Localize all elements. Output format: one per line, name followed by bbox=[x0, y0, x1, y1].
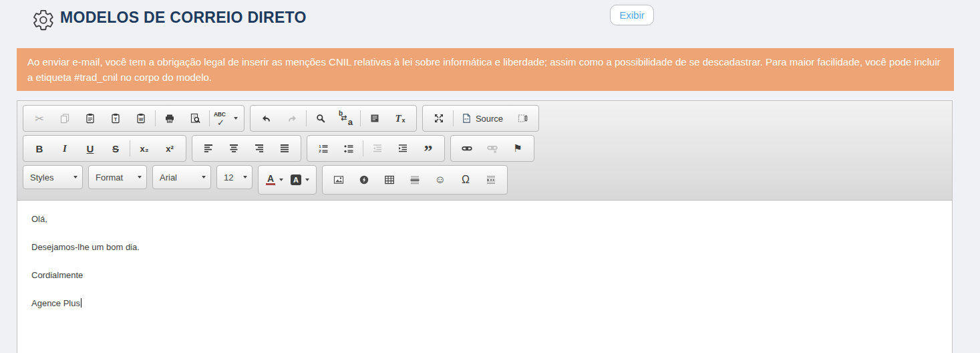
content-paragraph-text: Agence Plus bbox=[31, 298, 80, 308]
colors-group: A A bbox=[258, 165, 317, 195]
toolbar-separator bbox=[130, 140, 130, 156]
toolbar-separator bbox=[360, 110, 361, 126]
font-dropdown[interactable]: Arial bbox=[152, 165, 211, 189]
underline-button[interactable]: U bbox=[77, 139, 103, 158]
increase-indent-icon bbox=[397, 143, 408, 154]
chevron-down-icon bbox=[243, 176, 247, 179]
link-button[interactable] bbox=[454, 139, 480, 158]
paste-icon bbox=[85, 113, 96, 124]
font-dropdown-label: Arial bbox=[160, 172, 177, 183]
horizontal-rule-button[interactable] bbox=[402, 170, 428, 189]
align-right-button[interactable] bbox=[247, 139, 272, 158]
anchor-button[interactable]: ⚑ bbox=[505, 139, 530, 158]
superscript-button[interactable]: x² bbox=[157, 139, 182, 158]
show-blocks-button[interactable] bbox=[510, 109, 535, 128]
document-group: <> Source bbox=[422, 105, 539, 132]
toolbar-separator bbox=[155, 110, 156, 126]
format-dropdown[interactable]: Format bbox=[88, 165, 147, 189]
flash-icon bbox=[359, 174, 369, 185]
redo-button[interactable] bbox=[279, 109, 305, 128]
svg-text:2: 2 bbox=[319, 149, 321, 153]
subscript-button[interactable]: x₂ bbox=[132, 139, 157, 158]
align-center-button[interactable] bbox=[221, 139, 247, 158]
undo-button[interactable] bbox=[254, 109, 279, 128]
special-character-button[interactable]: Ω bbox=[453, 170, 478, 189]
bulleted-list-button[interactable] bbox=[336, 139, 361, 158]
clipboard-group: ✂ T W bbox=[23, 105, 244, 132]
decrease-indent-button[interactable] bbox=[365, 139, 390, 158]
styles-dropdown[interactable]: Styles bbox=[23, 165, 83, 189]
smiley-button[interactable]: ☺ bbox=[428, 170, 453, 189]
toolbar-separator bbox=[363, 140, 363, 156]
print-button[interactable] bbox=[157, 109, 182, 128]
flash-button[interactable] bbox=[351, 170, 377, 189]
cut-button[interactable]: ✂ bbox=[27, 109, 52, 128]
find-button[interactable] bbox=[308, 109, 333, 128]
italic-button[interactable]: I bbox=[52, 139, 77, 158]
image-button[interactable] bbox=[326, 170, 351, 189]
image-icon bbox=[333, 174, 344, 185]
source-button[interactable]: <> Source bbox=[455, 109, 510, 128]
undo-group: b ⇄ a T x bbox=[250, 105, 417, 132]
editor-toolbar: ✂ T W bbox=[17, 101, 952, 201]
strikethrough-button[interactable]: S bbox=[103, 139, 128, 158]
format-dropdown-label: Format bbox=[96, 172, 123, 183]
paste-from-word-button[interactable]: W bbox=[128, 109, 154, 128]
font-size-dropdown[interactable]: 12 bbox=[216, 165, 253, 189]
unlink-icon bbox=[487, 143, 498, 154]
paste-plain-text-button[interactable]: T bbox=[103, 109, 128, 128]
preview-icon bbox=[190, 113, 200, 124]
chevron-down-icon bbox=[234, 117, 238, 120]
increase-indent-button[interactable] bbox=[390, 139, 416, 158]
table-button[interactable] bbox=[377, 170, 402, 189]
bold-button[interactable]: B bbox=[27, 139, 52, 158]
spell-check-icon: ABC ✓ bbox=[214, 111, 230, 126]
chevron-down-icon bbox=[279, 179, 283, 181]
spell-check-abc: ABC bbox=[214, 111, 226, 118]
unlink-button[interactable] bbox=[480, 139, 505, 158]
text-color-button[interactable]: A bbox=[262, 170, 287, 189]
paste-word-icon: W bbox=[136, 113, 146, 124]
toolbar-separator bbox=[209, 110, 210, 126]
select-all-button[interactable] bbox=[362, 109, 387, 128]
insert-group: ☺ Ω bbox=[322, 165, 508, 195]
editor-content-area[interactable]: Olá, Desejamos-lhe um bom dia. Cordialme… bbox=[17, 201, 952, 353]
chevron-down-icon bbox=[202, 176, 206, 179]
justify-button[interactable] bbox=[272, 139, 297, 158]
svg-text:T: T bbox=[114, 116, 118, 122]
replace-button[interactable]: b ⇄ a bbox=[333, 109, 359, 128]
font-size-dropdown-label: 12 bbox=[224, 172, 233, 183]
smiley-icon: ☺ bbox=[435, 174, 446, 186]
paste-button[interactable] bbox=[77, 109, 103, 128]
anchor-flag-icon: ⚑ bbox=[513, 142, 522, 154]
maximize-button[interactable] bbox=[426, 109, 452, 128]
print-preview-button[interactable] bbox=[182, 109, 208, 128]
background-color-button[interactable]: A bbox=[287, 170, 313, 189]
blockquote-button[interactable]: ” bbox=[416, 136, 441, 161]
bulleted-list-icon bbox=[343, 143, 354, 154]
cut-icon: ✂ bbox=[35, 112, 43, 125]
align-left-button[interactable] bbox=[196, 139, 221, 158]
horizontal-rule-icon bbox=[410, 174, 420, 185]
italic-icon: I bbox=[63, 143, 67, 154]
content-paragraph: Agence Plus bbox=[31, 298, 939, 308]
decrease-indent-icon bbox=[372, 143, 383, 154]
rich-text-editor: ✂ T W bbox=[17, 100, 953, 353]
superscript-icon: x² bbox=[166, 144, 174, 154]
remove-format-icon: T x bbox=[395, 114, 405, 123]
exibir-button[interactable]: Exibir bbox=[610, 5, 654, 25]
replace-icon: b ⇄ a bbox=[339, 112, 353, 125]
print-icon bbox=[164, 113, 175, 124]
toolbar-row-3: Styles Format Arial 12 A bbox=[23, 165, 952, 195]
chevron-down-icon bbox=[138, 176, 142, 179]
redo-icon bbox=[287, 113, 297, 124]
copy-button[interactable] bbox=[52, 109, 77, 128]
align-group bbox=[192, 135, 301, 162]
spell-check-button[interactable]: ABC ✓ bbox=[211, 109, 240, 128]
page-break-button[interactable] bbox=[478, 170, 504, 189]
align-right-icon bbox=[254, 143, 265, 154]
numbered-list-button[interactable]: 12 bbox=[311, 139, 336, 158]
content-paragraph: Desejamos-lhe um bom dia. bbox=[31, 242, 939, 252]
content-paragraph: Cordialmente bbox=[31, 270, 939, 280]
remove-format-button[interactable]: T x bbox=[387, 109, 413, 128]
